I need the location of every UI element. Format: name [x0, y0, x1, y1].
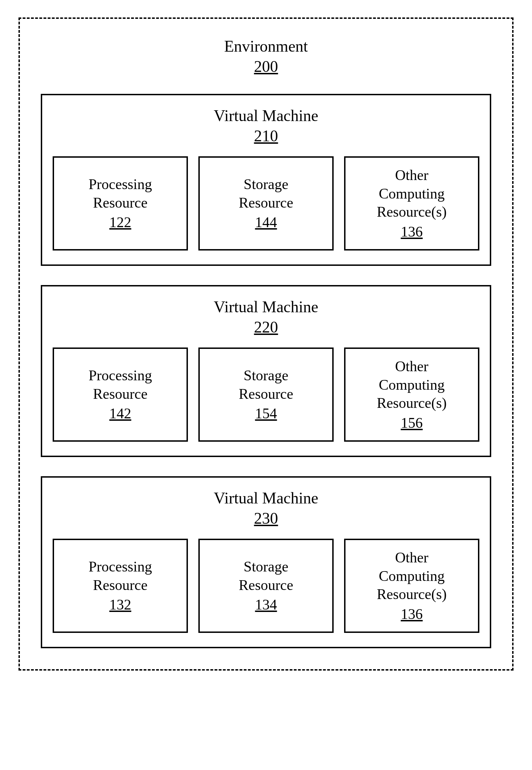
resource-ref: 136: [401, 223, 423, 241]
resource-line2: Resource: [93, 576, 147, 595]
resource-line1: Processing: [89, 558, 152, 576]
processing-resource-box: Processing Resource 142: [53, 347, 188, 442]
resource-line1: Storage: [244, 175, 288, 194]
resource-ref: 144: [255, 213, 277, 232]
resource-row: Processing Resource 122 Storage Resource…: [53, 156, 479, 251]
virtual-machine-header: Virtual Machine 230: [53, 488, 479, 528]
other-computing-resource-box: Other Computing Resource(s) 136: [344, 156, 479, 251]
resource-line2: Resource: [239, 194, 293, 212]
resource-line2: Resource: [239, 576, 293, 595]
resource-line1: Processing: [89, 366, 152, 385]
virtual-machine-block: Virtual Machine 220 Processing Resource …: [41, 285, 491, 457]
storage-resource-box: Storage Resource 144: [198, 156, 334, 251]
resource-line2: Computing: [379, 567, 444, 585]
virtual-machine-ref: 210: [254, 126, 278, 146]
virtual-machine-block: Virtual Machine 210 Processing Resource …: [41, 94, 491, 266]
virtual-machine-ref: 230: [254, 508, 278, 529]
resource-line3: Resource(s): [377, 394, 447, 412]
resource-ref: 136: [401, 605, 423, 623]
virtual-machine-title: Virtual Machine: [214, 107, 318, 125]
resource-line2: Resource: [239, 385, 293, 403]
resource-line3: Resource(s): [377, 203, 447, 221]
resource-line1: Processing: [89, 175, 152, 194]
resource-line2: Computing: [379, 185, 444, 203]
other-computing-resource-box: Other Computing Resource(s) 136: [344, 539, 479, 633]
resource-line2: Computing: [379, 376, 444, 394]
resource-line2: Resource: [93, 194, 147, 212]
resource-row: Processing Resource 142 Storage Resource…: [53, 347, 479, 442]
environment-header: Environment 200: [41, 36, 491, 76]
processing-resource-box: Processing Resource 132: [53, 539, 188, 633]
resource-line2: Resource: [93, 385, 147, 403]
resource-ref: 122: [109, 213, 131, 232]
other-computing-resource-box: Other Computing Resource(s) 156: [344, 347, 479, 442]
virtual-machine-title: Virtual Machine: [214, 298, 318, 316]
resource-line1: Storage: [244, 366, 288, 385]
storage-resource-box: Storage Resource 154: [198, 347, 334, 442]
resource-line1: Other: [395, 357, 428, 376]
virtual-machine-block: Virtual Machine 230 Processing Resource …: [41, 476, 491, 648]
processing-resource-box: Processing Resource 122: [53, 156, 188, 251]
virtual-machine-ref: 220: [254, 317, 278, 337]
resource-line3: Resource(s): [377, 585, 447, 604]
resource-line1: Other: [395, 166, 428, 185]
resource-line1: Storage: [244, 558, 288, 576]
environment-title: Environment: [224, 37, 308, 55]
virtual-machine-header: Virtual Machine 210: [53, 106, 479, 146]
environment-container: Environment 200 Virtual Machine 210 Proc…: [18, 17, 514, 671]
resource-ref: 156: [401, 414, 423, 432]
resource-line1: Other: [395, 548, 428, 567]
resource-row: Processing Resource 132 Storage Resource…: [53, 539, 479, 633]
virtual-machine-title: Virtual Machine: [214, 489, 318, 507]
virtual-machine-header: Virtual Machine 220: [53, 297, 479, 337]
resource-ref: 154: [255, 404, 277, 423]
storage-resource-box: Storage Resource 134: [198, 539, 334, 633]
resource-ref: 132: [109, 596, 131, 614]
resource-ref: 134: [255, 596, 277, 614]
environment-ref: 200: [254, 57, 278, 77]
resource-ref: 142: [109, 404, 131, 423]
